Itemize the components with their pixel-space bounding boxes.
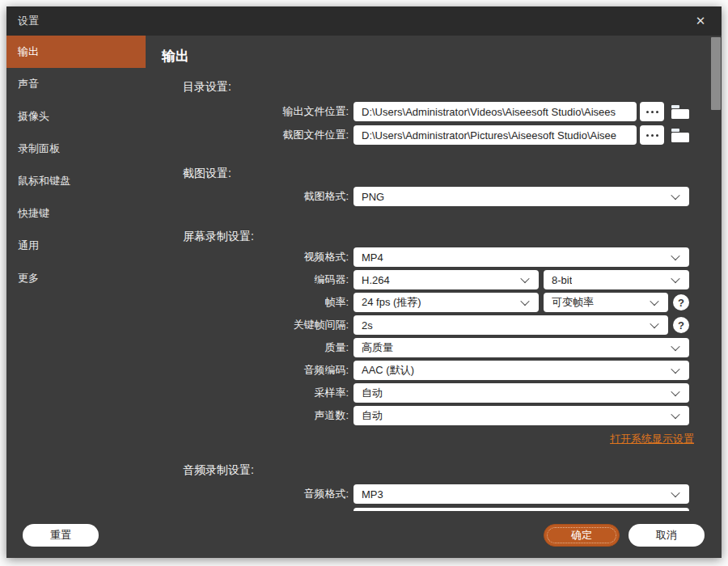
output-location-input[interactable]: D:\Users\Administrator\Videos\Aiseesoft … xyxy=(353,102,637,121)
chevron-down-icon xyxy=(671,342,679,351)
encoder-select[interactable]: H.264 xyxy=(353,270,539,289)
chevron-down-icon xyxy=(671,488,679,497)
sidebar-item-label: 摄像头 xyxy=(18,110,49,122)
encoder-row: 编码器: H.264 8-bit xyxy=(146,270,722,289)
sidebar-item-label: 鼠标和键盘 xyxy=(18,175,70,187)
browse-ellipsis-button[interactable] xyxy=(640,102,664,121)
audio-codec-select[interactable]: AAC (默认) xyxy=(353,361,689,380)
footer-bar: 重置 确定 取消 xyxy=(6,511,722,558)
select-value: 自动 xyxy=(362,408,383,423)
field-label: 截图格式: xyxy=(146,187,353,206)
field-label: 质量: xyxy=(146,338,353,357)
chevron-down-icon xyxy=(520,297,529,306)
window-title: 设置 xyxy=(18,14,39,28)
close-icon[interactable]: ✕ xyxy=(692,13,709,29)
audio-codec-row: 音频编码: AAC (默认) xyxy=(146,361,722,380)
open-folder-icon[interactable] xyxy=(671,129,689,142)
field-label: 输出文件位置: xyxy=(146,102,353,121)
screenshot-format-select[interactable]: PNG xyxy=(353,187,689,206)
field-label: 声道数: xyxy=(146,406,353,425)
sample-rate-row: 采样率: 自动 xyxy=(146,383,722,403)
title-bar: 设置 ✕ xyxy=(6,6,722,36)
screenshot-format-row: 截图格式: PNG xyxy=(146,187,722,206)
snapshot-location-input[interactable]: D:\Users\Administrator\Pictures\Aiseesof… xyxy=(353,125,637,145)
help-icon[interactable]: ? xyxy=(673,317,689,333)
sidebar-item-sound[interactable]: 声音 xyxy=(6,68,146,100)
field-label: 编码器: xyxy=(146,270,353,289)
sidebar-item-camera[interactable]: 摄像头 xyxy=(6,100,146,133)
browse-ellipsis-button[interactable] xyxy=(640,125,664,145)
sidebar-item-more[interactable]: 更多 xyxy=(6,262,146,294)
chevron-down-icon xyxy=(520,274,529,283)
variable-frame-rate-select[interactable]: 可变帧率 xyxy=(544,293,668,312)
sample-rate-select[interactable]: 自动 xyxy=(353,383,689,403)
video-format-row: 视频格式: MP4 xyxy=(146,247,722,267)
page-title: 输出 xyxy=(162,47,722,66)
chevron-down-icon xyxy=(650,319,658,328)
output-location-row: 输出文件位置: D:\Users\Administrator\Videos\Ai… xyxy=(146,102,722,121)
link-row: 打开系统显示设置 xyxy=(358,431,694,444)
field-label: 视频格式: xyxy=(146,247,353,267)
settings-dialog: 设置 ✕ 输出 声音 摄像头 录制面板 鼠标和键盘 快捷键 通用 更多 输出 目… xyxy=(6,6,722,558)
cancel-button[interactable]: 取消 xyxy=(629,524,705,547)
sidebar-item-label: 通用 xyxy=(18,239,39,251)
select-value: AAC (默认) xyxy=(362,363,414,378)
select-value: MP4 xyxy=(362,251,383,264)
help-icon[interactable]: ? xyxy=(673,294,689,310)
sidebar-item-label: 输出 xyxy=(18,45,39,57)
select-value: 24 fps (推荐) xyxy=(362,295,421,310)
video-format-select[interactable]: MP4 xyxy=(353,247,689,267)
field-label: 音频编码: xyxy=(146,361,353,380)
sidebar-item-output[interactable]: 输出 xyxy=(6,36,146,68)
frame-rate-row: 帧率: 24 fps (推荐) 可变帧率 ? xyxy=(146,293,722,312)
audio-format-select[interactable]: MP3 xyxy=(353,484,689,504)
select-value: 可变帧率 xyxy=(552,295,594,310)
select-value: 2s xyxy=(362,319,373,332)
select-value: PNG xyxy=(362,191,384,203)
field-label: 截图文件位置: xyxy=(146,125,353,145)
chevron-down-icon xyxy=(650,297,658,306)
section-header-screenshot: 截图设置: xyxy=(183,166,722,180)
reset-button[interactable]: 重置 xyxy=(23,524,99,547)
sidebar-item-hotkeys[interactable]: 快捷键 xyxy=(6,197,146,230)
path-value: D:\Users\Administrator\Pictures\Aiseesof… xyxy=(362,129,616,142)
sidebar-item-label: 快捷键 xyxy=(18,207,49,219)
sidebar-item-label: 录制面板 xyxy=(18,142,60,154)
section-header-audio: 音频录制设置: xyxy=(183,463,722,477)
sidebar: 输出 声音 摄像头 录制面板 鼠标和键盘 快捷键 通用 更多 xyxy=(6,36,146,558)
path-value: D:\Users\Administrator\Videos\Aiseesoft … xyxy=(362,106,616,118)
channels-select[interactable]: 自动 xyxy=(353,406,689,425)
chevron-down-icon xyxy=(671,274,679,283)
chevron-down-icon xyxy=(671,191,679,200)
sidebar-item-recording-panel[interactable]: 录制面板 xyxy=(6,133,146,165)
chevron-down-icon xyxy=(671,251,679,260)
field-label: 采样率: xyxy=(146,383,353,403)
field-label: 音频格式: xyxy=(146,484,353,504)
select-value: 高质量 xyxy=(362,340,393,355)
field-label: 关键帧间隔: xyxy=(146,315,353,335)
frame-rate-select[interactable]: 24 fps (推荐) xyxy=(353,293,539,312)
select-value: MP3 xyxy=(362,488,383,501)
content-panel: 输出 目录设置: 输出文件位置: D:\Users\Administrator\… xyxy=(146,36,722,511)
select-value: 8-bit xyxy=(552,274,572,286)
bit-depth-select[interactable]: 8-bit xyxy=(544,270,689,289)
open-system-display-settings-link[interactable]: 打开系统显示设置 xyxy=(610,433,694,445)
quality-select[interactable]: 高质量 xyxy=(353,338,689,357)
section-header-recording: 屏幕录制设置: xyxy=(183,229,722,243)
audio-format-row: 音频格式: MP3 xyxy=(146,484,722,504)
chevron-down-icon xyxy=(671,410,679,419)
sidebar-item-label: 更多 xyxy=(18,272,39,284)
sidebar-item-general[interactable]: 通用 xyxy=(6,230,146,262)
chevron-down-icon xyxy=(671,365,679,374)
sidebar-item-mouse-keyboard[interactable]: 鼠标和键盘 xyxy=(6,165,146,197)
quality-row: 质量: 高质量 xyxy=(146,338,722,357)
scrollbar-thumb[interactable] xyxy=(711,37,721,110)
field-label: 帧率: xyxy=(146,293,353,312)
section-header-directory: 目录设置: xyxy=(183,79,722,94)
keyframe-interval-select[interactable]: 2s xyxy=(353,315,668,335)
select-value: H.264 xyxy=(362,274,390,286)
chevron-down-icon xyxy=(671,387,679,396)
ok-button[interactable]: 确定 xyxy=(544,524,620,547)
select-value: 自动 xyxy=(362,386,383,400)
open-folder-icon[interactable] xyxy=(671,105,689,119)
